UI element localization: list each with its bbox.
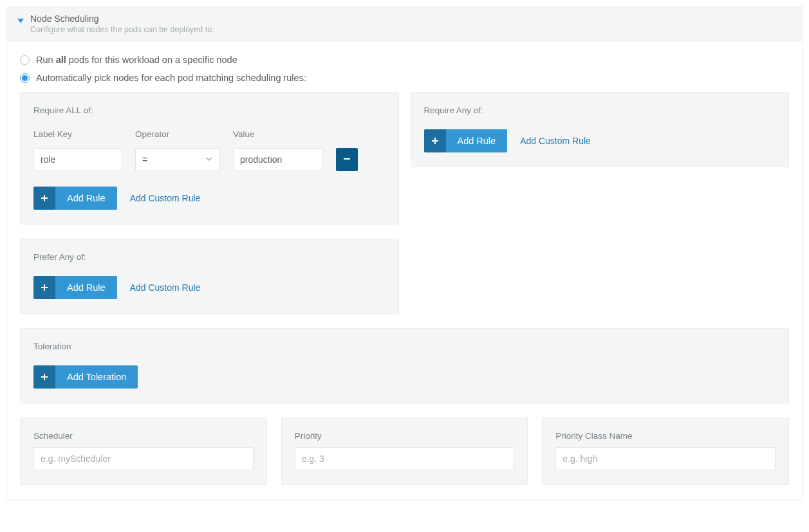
require-any-title: Require Any of: (424, 105, 776, 115)
value-heading: Value (233, 129, 323, 139)
priority-class-box: Priority Class Name (542, 417, 789, 485)
svg-marker-0 (17, 19, 24, 23)
plus-icon (33, 276, 55, 299)
scheduler-box: Scheduler (20, 417, 267, 485)
svg-rect-7 (432, 140, 438, 142)
value-input[interactable] (233, 148, 323, 171)
require-all-title: Require ALL of: (33, 105, 386, 115)
panel-header[interactable]: Node Scheduling Configure what nodes the… (7, 7, 802, 42)
collapse-caret-icon[interactable] (17, 17, 24, 24)
plus-icon (33, 365, 55, 389)
prefer-any-title: Prefer Any of: (33, 252, 386, 262)
priority-box: Priority (281, 417, 528, 485)
svg-rect-1 (344, 158, 350, 160)
toleration-box: Toleration Add Toleration (20, 328, 789, 403)
add-rule-button[interactable]: Add Rule (33, 276, 117, 299)
priority-class-input[interactable] (555, 447, 776, 470)
panel-title: Node Scheduling (30, 14, 214, 24)
require-any-box: Require Any of: Add Rule Add Custom Rule (411, 92, 790, 167)
label-key-heading: Label Key (33, 129, 122, 139)
priority-label: Priority (295, 431, 515, 441)
scheduler-label: Scheduler (33, 431, 254, 441)
radio-icon[interactable] (20, 73, 30, 83)
label-key-input[interactable] (33, 148, 122, 171)
add-custom-rule-link[interactable]: Add Custom Rule (520, 136, 591, 146)
minus-icon (343, 155, 351, 165)
chevron-down-icon (205, 154, 213, 165)
scheduler-input[interactable] (33, 447, 254, 470)
add-custom-rule-link[interactable]: Add Custom Rule (130, 282, 201, 293)
priority-class-label: Priority Class Name (555, 431, 776, 441)
radio-label: Run all pods for this workload on a spec… (36, 55, 237, 65)
rule-row: Label Key Operator = (33, 129, 386, 171)
add-toleration-button[interactable]: Add Toleration (33, 365, 138, 389)
add-rule-button[interactable]: Add Rule (33, 187, 117, 210)
panel-body: Run all pods for this workload on a spec… (7, 42, 802, 500)
require-all-box: Require ALL of: Label Key Operator = (20, 92, 399, 225)
svg-rect-5 (41, 287, 48, 288)
toleration-title: Toleration (33, 342, 776, 351)
plus-icon (33, 187, 55, 210)
prefer-any-box: Prefer Any of: Add Rule Add Custom Rule (20, 239, 399, 314)
radio-icon[interactable] (20, 55, 30, 65)
priority-input[interactable] (295, 447, 515, 470)
radio-specific-node[interactable]: Run all pods for this workload on a spec… (20, 55, 789, 65)
plus-icon (424, 129, 446, 152)
add-rule-button[interactable]: Add Rule (424, 129, 508, 152)
svg-rect-9 (41, 376, 48, 378)
node-scheduling-panel: Node Scheduling Configure what nodes the… (6, 6, 803, 501)
remove-rule-button[interactable] (336, 148, 358, 171)
svg-rect-3 (41, 197, 48, 199)
operator-value: = (142, 154, 147, 165)
panel-subtitle: Configure what nodes the pods can be dep… (30, 25, 214, 34)
operator-heading: Operator (135, 129, 220, 139)
radio-label: Automatically pick nodes for each pod ma… (36, 73, 306, 83)
radio-auto-rules[interactable]: Automatically pick nodes for each pod ma… (20, 73, 789, 83)
operator-select[interactable]: = (135, 148, 220, 171)
add-custom-rule-link[interactable]: Add Custom Rule (130, 193, 201, 203)
